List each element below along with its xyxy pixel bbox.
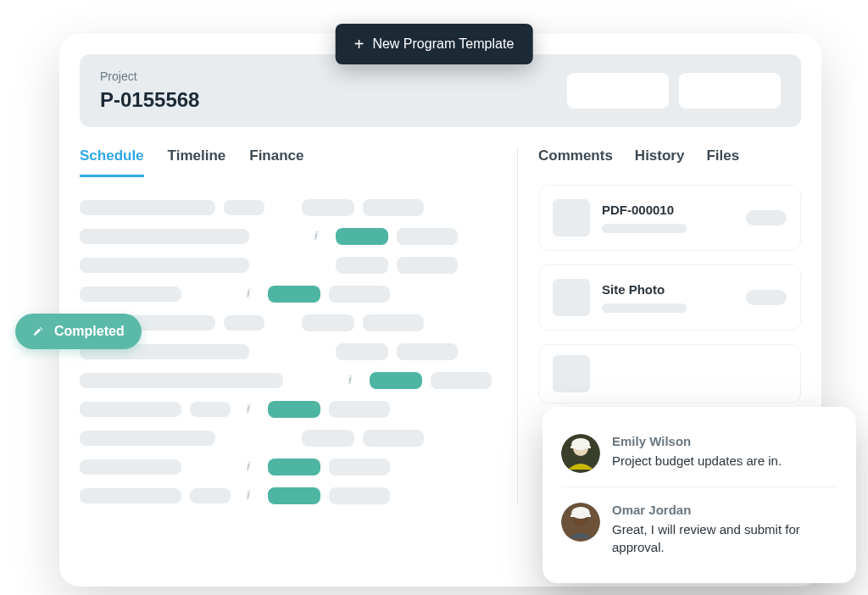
pin-icon — [311, 229, 323, 244]
file-action-placeholder[interactable] — [746, 290, 787, 305]
avatar — [561, 503, 600, 542]
comment-author: Emily Wilson — [612, 434, 837, 448]
comment-body: Omar Jordan Great, I will review and sub… — [612, 503, 837, 556]
schedule-name-placeholder — [80, 229, 249, 244]
file-meta-placeholder — [602, 224, 687, 233]
schedule-name-placeholder — [80, 488, 181, 503]
pin-icon — [243, 459, 255, 475]
pin-column — [341, 373, 361, 388]
schedule-end-placeholder — [431, 372, 492, 389]
schedule-col2-placeholder — [224, 200, 264, 215]
status-pill — [302, 199, 354, 216]
comment-item: Emily Wilson Project budget updates are … — [561, 425, 837, 481]
file-title: PDF-000010 — [602, 203, 734, 217]
pin-column — [239, 459, 259, 475]
tab-schedule[interactable]: Schedule — [80, 147, 144, 177]
schedule-col2-placeholder — [190, 402, 231, 417]
tab-timeline[interactable]: Timeline — [168, 147, 226, 177]
file-card[interactable]: Site Photo — [538, 264, 801, 331]
file-thumb-icon — [553, 279, 590, 316]
avatar — [561, 434, 600, 473]
schedule-col2-placeholder — [190, 488, 231, 503]
pin-icon — [243, 488, 255, 503]
schedule-row — [80, 314, 500, 331]
file-thumb-icon — [553, 355, 590, 392]
pin-column — [239, 402, 259, 417]
right-tabs: Comments History Files — [538, 147, 801, 164]
comment-body: Emily Wilson Project budget updates are … — [612, 434, 837, 473]
comment-author: Omar Jordan — [612, 503, 837, 517]
tab-comments[interactable]: Comments — [538, 147, 613, 164]
schedule-row — [80, 286, 500, 303]
schedule-name-placeholder — [80, 373, 283, 388]
pin-column — [239, 286, 259, 302]
status-pill — [302, 314, 354, 331]
header-action-placeholder[interactable] — [567, 73, 669, 108]
tab-finance[interactable]: Finance — [249, 147, 303, 177]
schedule-end-placeholder — [329, 286, 390, 303]
pin-icon — [345, 373, 357, 388]
schedule-list — [80, 199, 500, 504]
header-action-placeholder[interactable] — [679, 73, 781, 108]
schedule-name-placeholder — [80, 200, 215, 215]
schedule-row — [80, 487, 500, 504]
pin-column — [307, 229, 327, 244]
file-meta-placeholder — [602, 303, 687, 313]
schedule-row — [80, 343, 500, 360]
schedule-name-placeholder — [80, 258, 249, 273]
new-program-template-label: New Program Template — [372, 36, 514, 52]
file-card[interactable]: PDF-000010 — [538, 185, 801, 251]
status-pill — [268, 286, 320, 303]
schedule-name-placeholder — [80, 286, 181, 302]
schedule-row — [80, 459, 500, 475]
schedule-row — [80, 372, 500, 389]
status-pill — [268, 487, 320, 504]
status-pill — [268, 459, 320, 475]
pin-icon — [243, 286, 255, 302]
schedule-name-placeholder — [80, 402, 181, 417]
status-pill — [370, 372, 422, 389]
status-pill — [336, 257, 388, 274]
new-program-template-button[interactable]: + New Program Template — [336, 24, 533, 64]
completed-badge-label: Completed — [54, 324, 125, 339]
tab-history[interactable]: History — [635, 147, 685, 164]
file-body: PDF-000010 — [602, 203, 734, 233]
schedule-name-placeholder — [80, 431, 215, 446]
schedule-col2-placeholder — [224, 315, 264, 331]
pin-column — [239, 488, 259, 503]
schedule-end-placeholder — [329, 401, 390, 418]
svg-rect-3 — [570, 446, 591, 448]
schedule-end-placeholder — [363, 430, 424, 447]
schedule-row — [80, 199, 500, 216]
file-action-placeholder[interactable] — [746, 210, 787, 225]
schedule-row — [80, 401, 500, 418]
svg-rect-7 — [570, 514, 591, 517]
left-tabs: Schedule Timeline Finance — [80, 147, 500, 177]
comment-text: Project budget updates are in. — [612, 452, 837, 470]
schedule-end-placeholder — [363, 314, 424, 331]
schedule-name-placeholder — [80, 459, 181, 475]
pin-icon — [243, 402, 255, 417]
project-label: Project — [100, 70, 199, 83]
schedule-row — [80, 257, 500, 274]
plus-icon: + — [354, 36, 364, 53]
completed-badge: Completed — [15, 314, 142, 349]
schedule-end-placeholder — [397, 228, 458, 245]
pin-icon — [32, 325, 46, 338]
project-info: Project P-0155568 — [100, 70, 199, 112]
left-pane: Schedule Timeline Finance — [80, 147, 517, 504]
tab-files[interactable]: Files — [706, 147, 739, 164]
file-title: Site Photo — [602, 282, 734, 297]
file-card[interactable] — [538, 344, 801, 403]
schedule-end-placeholder — [363, 199, 424, 216]
project-id: P-0155568 — [100, 88, 199, 112]
schedule-end-placeholder — [329, 487, 390, 504]
status-pill — [268, 401, 320, 418]
file-body: Site Photo — [602, 282, 734, 313]
comment-item: Omar Jordan Great, I will review and sub… — [561, 487, 837, 564]
schedule-end-placeholder — [397, 343, 458, 360]
status-pill — [336, 228, 388, 245]
schedule-end-placeholder — [397, 257, 458, 274]
schedule-row — [80, 430, 500, 447]
status-pill — [336, 343, 388, 360]
